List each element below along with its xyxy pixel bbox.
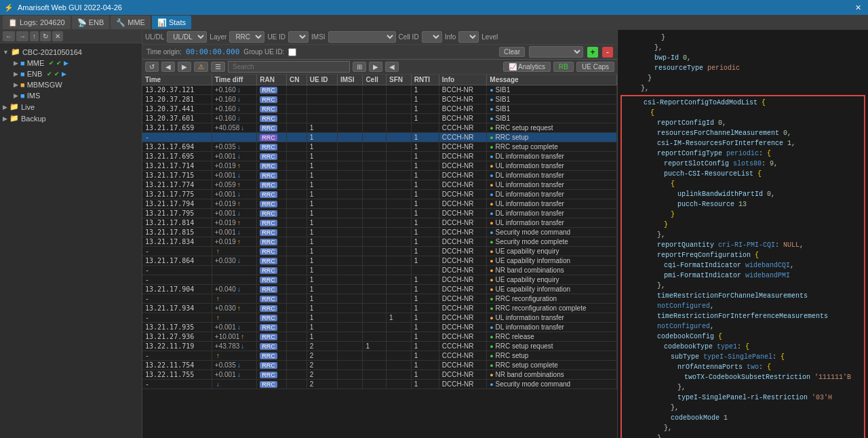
col-ueid[interactable]: UE ID	[307, 75, 337, 85]
table-row[interactable]: 13.21.17.794 +0.019↑ RRC 1 1 DCCH-NR ● U…	[142, 199, 617, 209]
table-row[interactable]: - ↑ RRC 1 1 DCCH-NR ● UE capability enqu…	[142, 247, 617, 256]
tree-item-mme[interactable]: ▶ ■ MME ✔ ✔ ▶	[3, 58, 139, 68]
tab-enb[interactable]: 📡 ENB	[72, 16, 110, 29]
mode-select[interactable]: UL/DL	[167, 31, 207, 43]
table-row[interactable]: 13.21.17.774 +0.059↑ RRC 1 1 DCCH-NR ● U…	[142, 180, 617, 190]
nav-refresh-btn[interactable]: ↻	[40, 31, 51, 41]
tree-item-live[interactable]: ▶ 📁 Live	[3, 101, 139, 113]
cell-imsi	[337, 133, 362, 142]
table-row[interactable]: 13.21.17.695 +0.001↓ RRC 1 1 DCCH-NR ● D…	[142, 152, 617, 161]
filter-btn[interactable]: ☰	[211, 62, 225, 72]
cell-cell	[363, 190, 387, 199]
table-row[interactable]: 13.21.17.934 +0.030↑ RRC 1 1 DCCH-NR ● R…	[142, 304, 617, 313]
cell-info: DCCH-NR	[439, 361, 487, 370]
table-row[interactable]: - ↓ RRC 2 1 DCCH-NR ● Security mode comm…	[142, 380, 617, 389]
table-row[interactable]: - RRC 1 DCCH-NR ● NR band combinations	[142, 266, 617, 275]
add-btn[interactable]: +	[587, 47, 598, 58]
warn-btn[interactable]: ⚠	[194, 62, 208, 72]
cell-cn	[287, 294, 307, 304]
tree-item-mbms[interactable]: ▶ ■ MBMSGW	[3, 79, 139, 90]
ue-caps-btn[interactable]: UE Caps	[576, 62, 614, 72]
table-row[interactable]: 13.21.17.694 +0.035↓ RRC 1 1 DCCH-NR ● R…	[142, 142, 617, 152]
imsi-select[interactable]	[328, 31, 396, 43]
cell-rnti: 1	[411, 228, 439, 237]
info-select[interactable]	[458, 31, 479, 43]
table-row[interactable]: 13.21.17.715 +0.001↓ RRC 1 1 DCCH-NR ● D…	[142, 171, 617, 180]
table-row[interactable]: - ↑ RRC 2 1 CCCH-NR ● RRC setup	[142, 351, 617, 361]
table-row[interactable]: 13.21.17.795 +0.001↓ RRC 1 1 DCCH-NR ● D…	[142, 209, 617, 218]
tree-item-backup[interactable]: ▶ 📁 Backup	[3, 113, 139, 124]
cell-message: ● RRC setup request	[487, 123, 617, 133]
table-row[interactable]: 13.21.17.864 +0.030↓ RRC 1 1 DCCH-NR ● U…	[142, 256, 617, 266]
layer-select[interactable]: RRC	[229, 31, 264, 43]
col-cn[interactable]: CN	[287, 75, 307, 85]
table-row[interactable]: 13.21.17.659 +40.058↓ RRC 1 CCCH-NR ● RR…	[142, 123, 617, 133]
table-row[interactable]: 13.21.17.815 +0.001↓ RRC 1 1 DCCH-NR ● S…	[142, 228, 617, 237]
remove-btn[interactable]: -	[602, 47, 613, 58]
prev-btn[interactable]: ◀	[161, 62, 175, 72]
col-time[interactable]: Time	[142, 75, 212, 85]
log-table-container[interactable]: Time Time diff RAN CN UE ID IMSI Cell SF…	[142, 75, 617, 438]
table-row[interactable]: 13.22.11.719 +43.783↓ RRC 2 1 1 CCCH-NR …	[142, 342, 617, 351]
cell-imsi	[337, 323, 362, 332]
clear-select[interactable]	[529, 46, 583, 58]
search-go-btn[interactable]: ▶	[369, 62, 382, 72]
table-row[interactable]: 13.20.37.281 +0.160↓ RRC 1 BCCH-NR ● SIB…	[142, 95, 617, 104]
tab-logs[interactable]: 📋 Logs: 204620	[3, 16, 71, 29]
table-row[interactable]: 13.21.17.834 +0.019↑ RRC 1 1 DCCH-NR ● S…	[142, 237, 617, 247]
clear-btn[interactable]: Clear	[499, 47, 525, 57]
table-row[interactable]: 13.21.17.775 +0.001↓ RRC 1 1 DCCH-NR ● D…	[142, 190, 617, 199]
search-back-btn[interactable]: ◀	[385, 62, 399, 72]
cell-ueid: 2	[307, 380, 337, 389]
tree-item-cbc[interactable]: ▼ 📁 CBC-2021050164	[3, 46, 139, 58]
analytics-btn[interactable]: 📈 Analytics	[503, 62, 551, 72]
cell-timediff: +0.035↓	[212, 142, 256, 152]
nav-up-btn[interactable]: ↑	[30, 31, 39, 41]
table-row[interactable]: - ↑ RRC 1 1 DCCH-NR ● RRC reconfiguratio…	[142, 294, 617, 304]
col-ran[interactable]: RAN	[257, 75, 287, 85]
table-row[interactable]: 13.22.11.754 +0.035↓ RRC 2 1 DCCH-NR ● R…	[142, 361, 617, 370]
col-info[interactable]: Info	[439, 75, 487, 85]
nav-close-btn[interactable]: ✕	[52, 31, 63, 41]
table-icon-btn[interactable]: ⊞	[353, 62, 366, 72]
cell-rnti	[411, 123, 439, 133]
col-timediff[interactable]: Time diff	[212, 75, 256, 85]
table-row[interactable]: 13.21.17.814 +0.019↑ RRC 1 1 DCCH-NR ● U…	[142, 218, 617, 228]
right-panel[interactable]: } }, bwp-Id 0, resourceType periodic } }…	[617, 30, 868, 438]
cell-ueid: 1	[307, 285, 337, 294]
group-ue-checkbox[interactable]	[288, 48, 296, 56]
col-cell[interactable]: Cell	[363, 75, 387, 85]
ueid-select[interactable]	[288, 31, 309, 43]
tree-item-enb[interactable]: ▶ ■ ENB ✔ ✔ ▶	[3, 68, 139, 79]
table-row[interactable]: 13.21.17.904 +0.040↓ RRC 1 1 DCCH-NR ● U…	[142, 285, 617, 294]
refresh-btn[interactable]: ↺	[145, 62, 159, 72]
cell-ueid: 1	[307, 209, 337, 218]
tab-stats[interactable]: 📊 Stats	[152, 16, 191, 29]
search-input[interactable]	[228, 61, 350, 73]
table-row[interactable]: - ↑ RRC 1 1 1 DCCH-NR ● UL information t…	[142, 313, 617, 323]
cell-timediff	[212, 275, 256, 285]
table-row[interactable]: 13.22.11.755 +0.001↓ RRC 2 1 DCCH-NR ● N…	[142, 370, 617, 380]
table-row[interactable]: 13.21.17.935 +0.001↓ RRC 1 1 DCCH-NR ● D…	[142, 323, 617, 332]
close-icon[interactable]: ✕	[852, 3, 864, 12]
nav-forward-btn[interactable]: →	[16, 31, 28, 41]
rb-btn[interactable]: RB	[553, 62, 574, 72]
col-imsi[interactable]: IMSI	[337, 75, 362, 85]
table-row[interactable]: 13.20.37.601 +0.160↓ RRC 1 BCCH-NR ● SIB…	[142, 114, 617, 123]
table-row[interactable]: 13.20.37.121 +0.160↓ RRC 1 BCCH-NR ● SIB…	[142, 85, 617, 95]
col-sfn[interactable]: SFN	[387, 75, 412, 85]
table-row[interactable]: 13.21.27.936 +10.001↑ RRC 1 1 DCCH-NR ● …	[142, 332, 617, 342]
tree-item-ims[interactable]: ▶ ■ IMS	[3, 90, 139, 101]
table-row[interactable]: - RRC 1 1 CCCH-NR ● RRC setup	[142, 133, 617, 142]
col-rnti[interactable]: RNTI	[411, 75, 439, 85]
cell-ueid	[307, 104, 337, 114]
cellid-select[interactable]	[422, 31, 442, 43]
table-row[interactable]: 13.20.37.441 +0.160↓ RRC 1 BCCH-NR ● SIB…	[142, 104, 617, 114]
cell-time: 13.21.17.904	[142, 285, 212, 294]
table-row[interactable]: 13.21.17.714 +0.019↑ RRC 1 1 DCCH-NR ● U…	[142, 161, 617, 171]
col-message[interactable]: Message	[487, 75, 617, 85]
next-btn[interactable]: ▶	[178, 62, 191, 72]
table-row[interactable]: - RRC 1 1 DCCH-NR ● UE capability enquir…	[142, 275, 617, 285]
tab-mme[interactable]: 🔧 MME	[111, 16, 151, 29]
nav-back-btn[interactable]: ←	[3, 31, 15, 41]
